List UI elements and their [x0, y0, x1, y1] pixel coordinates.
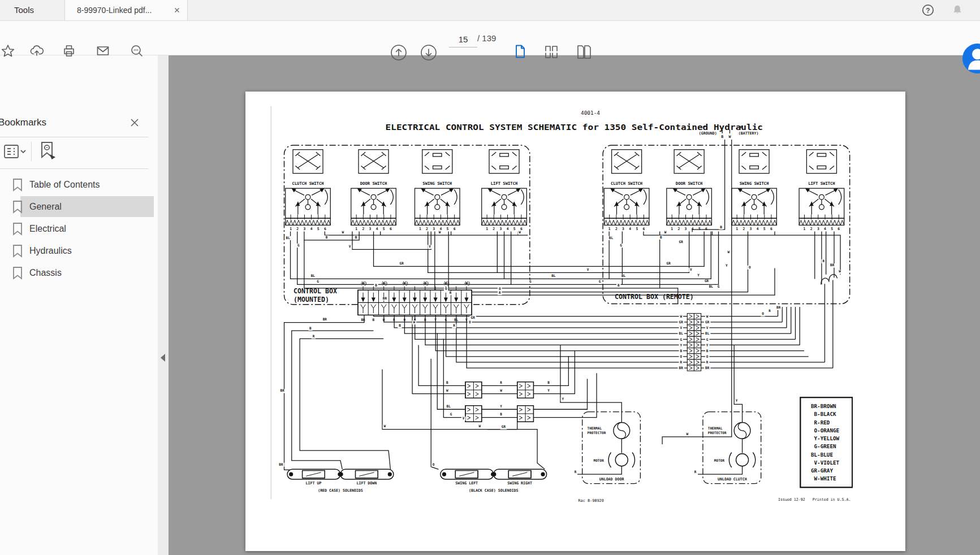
bookmark-item-label: Hydraulics [29, 240, 72, 262]
panel-collapse-handle[interactable] [158, 55, 169, 555]
svg-text:W: W [342, 230, 344, 234]
svg-text:W: W [706, 314, 709, 318]
svg-text:6: 6 [324, 227, 326, 231]
bookmark-item-chassis[interactable]: Chassis [0, 262, 158, 284]
svg-text:Y: Y [547, 388, 550, 392]
share-upload-icon[interactable] [29, 44, 44, 58]
svg-text:6: 6 [837, 227, 840, 231]
help-icon[interactable]: ? [922, 4, 934, 16]
svg-text:Y: Y [697, 273, 700, 277]
search-more-icon[interactable] [129, 44, 144, 58]
svg-text:O: O [445, 287, 447, 290]
svg-text:2: 2 [426, 227, 428, 231]
tab-bar: Tools 8-99970-Linked pdf... ? [0, 0, 980, 21]
svg-text:3: 3 [750, 227, 752, 231]
tab-document[interactable]: 8-99970-Linked pdf... [64, 0, 188, 20]
svg-text:BL: BL [286, 236, 290, 240]
svg-text:SWING LEFT: SWING LEFT [455, 481, 478, 485]
bookmark-flag-icon [11, 244, 24, 258]
svg-text:G: G [706, 337, 709, 341]
svg-text:BL: BL [679, 331, 684, 335]
svg-text:4001-4: 4001-4 [581, 110, 600, 116]
svg-text:G: G [317, 279, 319, 283]
svg-text:B: B [660, 235, 662, 239]
svg-text:3: 3 [622, 227, 624, 231]
tab-close-icon[interactable] [172, 6, 182, 15]
svg-text:?: ? [926, 7, 930, 15]
svg-text:4: 4 [310, 227, 313, 231]
notifications-bell-icon[interactable] [951, 4, 964, 16]
svg-text:Y: Y [500, 404, 502, 408]
svg-text:BL-: BL- [811, 452, 821, 458]
svg-text:O: O [469, 320, 471, 324]
svg-text:3: 3 [433, 227, 435, 231]
svg-text:DOOR SWITCH: DOOR SWITCH [360, 181, 387, 186]
svg-text:W: W [446, 388, 448, 392]
svg-text:G-: G- [814, 443, 821, 449]
user-avatar[interactable] [962, 44, 980, 73]
svg-text:B: B [309, 326, 312, 330]
favorites-star-icon[interactable] [1, 44, 15, 58]
svg-text:O: O [706, 354, 709, 358]
svg-text:2: 2 [296, 227, 299, 231]
page-number-input[interactable] [449, 31, 477, 47]
bookmarks-options-icon[interactable] [3, 143, 27, 160]
print-icon[interactable] [62, 44, 76, 58]
svg-text:G: G [599, 279, 601, 283]
svg-text:BR: BR [705, 366, 710, 370]
page-thumbnails-view-icon[interactable] [543, 44, 560, 60]
svg-text:SWING SWITCH: SWING SWITCH [422, 181, 452, 186]
svg-text:R: R [499, 290, 501, 294]
svg-text:GREEN: GREEN [821, 443, 836, 449]
svg-text:−: − [702, 124, 706, 129]
two-page-view-icon[interactable] [576, 44, 593, 60]
svg-text:W: W [680, 314, 682, 318]
svg-text:RED: RED [821, 419, 830, 426]
svg-text:GR: GR [667, 261, 671, 265]
svg-text:W: W [519, 230, 521, 234]
svg-text:5: 5 [513, 227, 516, 231]
email-icon[interactable] [96, 44, 110, 58]
svg-text:THERMAL: THERMAL [587, 426, 602, 430]
svg-text:4: 4 [507, 227, 509, 231]
svg-text:G: G [450, 412, 452, 416]
svg-text:CLUTCH SWITCH: CLUTCH SWITCH [292, 181, 323, 186]
svg-text:BR-: BR- [811, 403, 821, 409]
svg-text:R-: R- [814, 419, 821, 426]
bookmarks-close-icon[interactable] [129, 117, 140, 128]
svg-text:1: 1 [804, 227, 806, 231]
svg-text:B: B [500, 412, 502, 416]
svg-text:Y: Y [680, 343, 682, 347]
single-page-view-icon[interactable] [512, 44, 528, 59]
svg-text:R: R [706, 360, 709, 364]
expand-bookmark-icon[interactable] [37, 141, 58, 162]
bookmark-item-general[interactable]: General [0, 196, 158, 218]
bookmark-item-electrical[interactable]: Electrical [0, 218, 158, 240]
svg-text:W: W [500, 388, 502, 392]
svg-text:2: 2 [493, 227, 495, 231]
svg-text:Y: Y [726, 263, 728, 267]
svg-text:LIFT SWITCH: LIFT SWITCH [491, 181, 518, 186]
svg-text:BL: BL [609, 236, 614, 240]
bookmark-flag-icon [11, 178, 24, 192]
svg-text:4: 4 [692, 227, 694, 231]
tab-tools[interactable]: Tools [0, 0, 64, 20]
svg-text:SWING RIGHT: SWING RIGHT [507, 481, 532, 485]
svg-text:B: B [446, 380, 448, 384]
svg-text:GR: GR [679, 240, 684, 244]
svg-text:5: 5 [831, 227, 833, 231]
bookmark-item-hydraulics[interactable]: Hydraulics [0, 240, 158, 262]
svg-text:B: B [706, 349, 709, 353]
document-canvas[interactable]: 4001-4ELECTRICAL CONTROL SYSTEM SCHEMATI… [169, 55, 980, 555]
previous-page-button[interactable] [390, 44, 408, 62]
divider [0, 137, 148, 137]
svg-text:B-: B- [814, 411, 821, 417]
bookmark-item-table-of-contents[interactable]: Table of Contents [0, 174, 158, 196]
svg-text:5: 5 [698, 227, 701, 231]
svg-text:O-: O- [814, 427, 821, 433]
svg-text:BL: BL [621, 274, 626, 278]
next-page-button[interactable] [420, 44, 438, 62]
svg-text:BR: BR [323, 317, 327, 321]
svg-text:G: G [718, 284, 720, 288]
bookmarks-panel-title: Bookmarks [0, 117, 46, 128]
